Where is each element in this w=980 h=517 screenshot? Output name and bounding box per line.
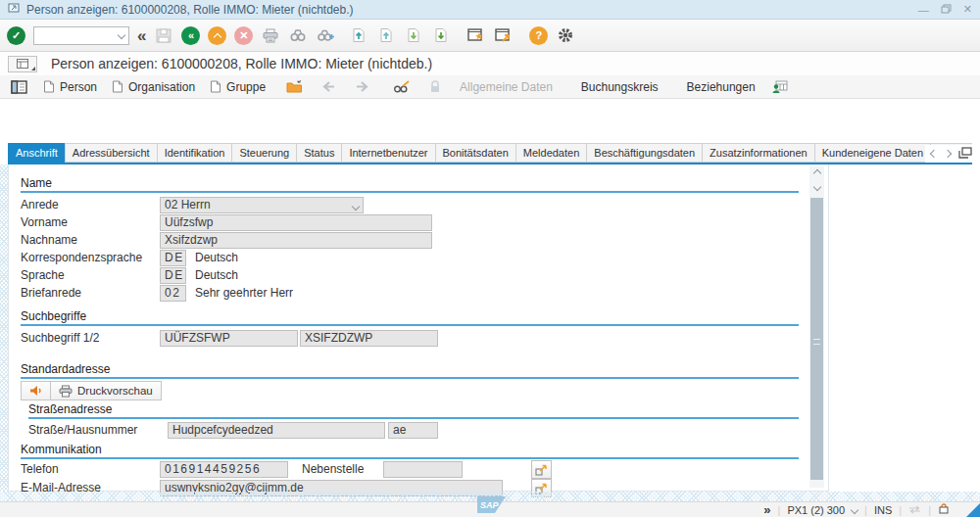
- screen-titlebar: Person anzeigen: 6100000208, Rolle IMMO:…: [0, 52, 980, 75]
- display-change-icon[interactable]: [391, 76, 411, 98]
- tab-adressuebersicht[interactable]: Adressübersicht: [65, 143, 157, 163]
- locator-toggle-icon[interactable]: [9, 76, 28, 98]
- tab-internetbenutzer[interactable]: Internetbenutzer: [341, 143, 434, 163]
- status-caret-icon: [31, 67, 35, 70]
- korrespondenzsprache-label: Korrespondenzsprache: [21, 251, 142, 264]
- telefon-more-button[interactable]: [531, 460, 552, 479]
- lock-icon[interactable]: [425, 76, 445, 98]
- briefanrede-label: Briefanrede: [21, 286, 81, 300]
- tab-steuerung[interactable]: Steuerung: [231, 143, 296, 163]
- restore-icon[interactable]: [941, 4, 952, 16]
- print-preview-icon: [59, 385, 73, 398]
- last-page-icon[interactable]: [431, 24, 451, 46]
- cancel-button[interactable]: ✕: [234, 26, 253, 45]
- tab-scroll-left-icon[interactable]: [930, 150, 938, 158]
- settings-gear-icon[interactable]: [556, 24, 575, 46]
- first-page-icon[interactable]: [349, 24, 368, 46]
- vorname-label: Vorname: [21, 215, 68, 229]
- print-icon[interactable]: [261, 24, 280, 46]
- divider: |: [778, 504, 781, 516]
- tab-beschaeftigungsdaten[interactable]: Beschäftigungsdaten: [586, 143, 702, 163]
- help-icon[interactable]: ?: [529, 26, 548, 45]
- divider: |: [899, 504, 902, 516]
- group-divider: [21, 324, 799, 326]
- beziehungen-button[interactable]: Beziehungen: [687, 80, 756, 94]
- secure-session-icon: [938, 503, 950, 516]
- telefon-label: Telefon: [21, 462, 59, 476]
- tab-overview-icon[interactable]: [958, 145, 972, 163]
- gui-status-icon[interactable]: [8, 56, 37, 72]
- previous-partner-icon[interactable]: [318, 76, 338, 98]
- desktop-pattern: [0, 164, 8, 492]
- buchungskreis-button[interactable]: Buchungskreis: [581, 80, 659, 94]
- scroll-up-icon[interactable]: [809, 166, 824, 180]
- exit-button[interactable]: [208, 26, 226, 45]
- arrow-out-icon: [535, 464, 548, 476]
- briefanrede-field[interactable]: 02: [160, 285, 186, 302]
- document-icon: [112, 80, 123, 93]
- history-icon[interactable]: [908, 504, 921, 516]
- vertical-scrollbar[interactable]: [809, 166, 824, 488]
- command-field[interactable]: [33, 26, 129, 45]
- scrollbar-thumb[interactable]: [810, 198, 823, 480]
- hausnummer-field[interactable]: ae: [388, 422, 438, 439]
- divider: |: [928, 504, 931, 516]
- nachname-label: Nachname: [21, 233, 77, 247]
- tab-status[interactable]: Status: [296, 143, 341, 163]
- save-icon[interactable]: [154, 24, 173, 46]
- suchbegriff1-field[interactable]: UÜFZSFWP: [160, 330, 298, 347]
- page-up-icon[interactable]: [376, 24, 396, 46]
- tab-identifikation[interactable]: Identifikation: [157, 143, 232, 163]
- tab-kundeneigene-daten[interactable]: Kundeneigene Daten: [814, 143, 930, 163]
- find-icon[interactable]: [288, 24, 308, 46]
- group-divider: [21, 457, 799, 459]
- window-title: Person anzeigen: 6100000208, Rolle IMMO:…: [26, 3, 354, 17]
- organisation-button[interactable]: Organisation: [112, 80, 195, 94]
- relationships-icon[interactable]: [770, 76, 790, 98]
- tab-meldedaten[interactable]: Meldedaten: [515, 143, 587, 163]
- create-shortcut-icon[interactable]: [494, 24, 514, 46]
- gruppe-button[interactable]: Gruppe: [210, 80, 266, 94]
- address-speaker-button[interactable]: [21, 381, 51, 400]
- chevron-down-icon: [352, 203, 360, 211]
- vorname-field[interactable]: Uüfzsfwp: [160, 214, 432, 231]
- new-session-icon[interactable]: [466, 24, 486, 46]
- find-next-icon[interactable]: [316, 24, 335, 46]
- system-dropdown-icon[interactable]: [851, 505, 858, 513]
- group-divider: [21, 377, 799, 379]
- group-divider: [28, 417, 799, 419]
- korrespondenzsprache-field[interactable]: DE: [160, 250, 186, 266]
- collapse-toolbar-icon[interactable]: «: [137, 26, 146, 45]
- back-button[interactable]: «: [181, 26, 200, 45]
- scroll-down-icon[interactable]: [809, 180, 824, 194]
- druckvorschau-button[interactable]: Druckvorschau: [51, 381, 162, 400]
- anrede-dropdown[interactable]: 02 Herrn: [160, 197, 364, 213]
- nebenstelle-field[interactable]: [383, 461, 463, 478]
- document-icon: [210, 80, 221, 93]
- resize-grip[interactable]: [966, 503, 980, 517]
- next-partner-icon[interactable]: [353, 76, 372, 98]
- document-icon: [43, 80, 55, 93]
- suchbegriff2-field[interactable]: XSIFZDZWP: [300, 330, 438, 347]
- tab-bonitaetsdaten[interactable]: Bonitätsdaten: [435, 143, 515, 163]
- nachname-field[interactable]: Xsifzdzwp: [160, 232, 432, 249]
- tab-strip: Anschrift Adressübersicht Identifikation…: [8, 143, 972, 163]
- telefon-field[interactable]: 016914459256: [160, 461, 288, 478]
- open-folder-icon[interactable]: [284, 76, 304, 98]
- enter-button[interactable]: ✓: [7, 26, 25, 45]
- allgemeine-daten-button[interactable]: Allgemeine Daten: [460, 80, 553, 94]
- tab-zusatzinformationen[interactable]: Zusatzinformationen: [702, 143, 814, 163]
- strasse-field[interactable]: Hudpcefcydeedzed: [168, 422, 385, 439]
- minimize-icon[interactable]: —: [918, 4, 929, 16]
- standardadresse-group-title: Standardadresse: [21, 362, 110, 376]
- person-button[interactable]: Person: [43, 80, 97, 94]
- sprache-field[interactable]: DE: [160, 267, 186, 284]
- page-down-icon[interactable]: [404, 24, 423, 46]
- tab-anschrift[interactable]: Anschrift: [8, 143, 65, 163]
- window-titlebar: Person anzeigen: 6100000208, Rolle IMMO:…: [0, 0, 980, 20]
- kommunikation-group-title: Kommunikation: [21, 443, 102, 456]
- standard-toolbar: ✓ « « ✕: [0, 20, 980, 52]
- expand-status-icon[interactable]: »: [763, 502, 770, 517]
- tab-scroll-right-icon[interactable]: [944, 150, 952, 158]
- close-icon[interactable]: ✕: [963, 3, 972, 16]
